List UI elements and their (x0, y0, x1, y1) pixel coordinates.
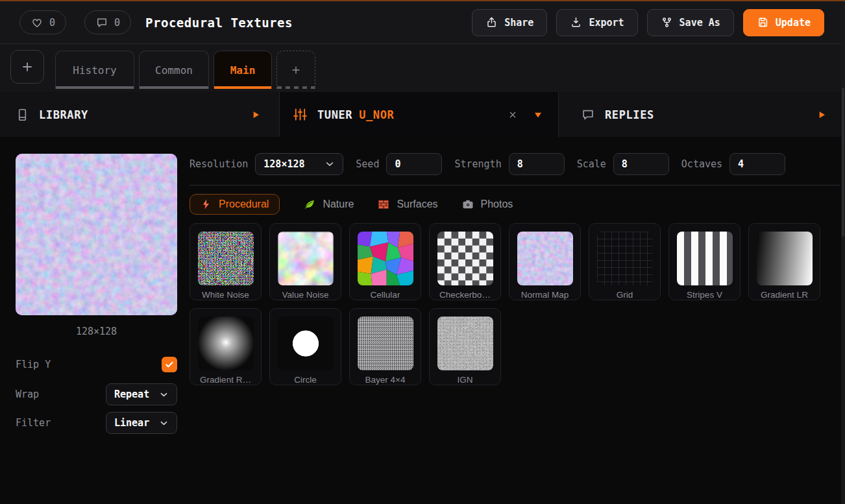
texture-card-cellular[interactable]: Cellular (349, 223, 421, 300)
generator-column: Resolution 128×128 Seed Strength (182, 137, 841, 504)
texture-preview (16, 154, 177, 315)
category-surfaces-label: Surfaces (397, 198, 437, 210)
resolution-control: Resolution 128×128 (190, 153, 343, 175)
octaves-input[interactable] (729, 153, 785, 175)
texture-card-grid[interactable]: Grid (589, 223, 661, 300)
texture-settings: Flip Y Wrap Repeat (16, 356, 177, 434)
tab-bar: History Common Main (0, 44, 845, 92)
flip-y-checkbox[interactable] (162, 357, 177, 372)
lightning-icon (201, 198, 212, 211)
share-button[interactable]: Share (472, 9, 547, 36)
texture-card-ign[interactable]: IGN (429, 308, 501, 385)
texture-thumbnail (677, 232, 733, 285)
texture-card-bayer-4x4[interactable]: Bayer 4×4 (349, 308, 421, 385)
texture-card-white-noise[interactable]: White Noise (190, 223, 262, 300)
generator-controls: Resolution 128×128 Seed Strength (190, 153, 841, 175)
resolution-value: 128×128 (263, 158, 304, 170)
category-nature[interactable]: Nature (303, 198, 354, 211)
export-icon (570, 16, 582, 29)
texture-card-label: Grid (617, 290, 633, 300)
filter-label: Filter (16, 417, 51, 429)
wrap-select[interactable]: Repeat (106, 383, 177, 405)
seed-input[interactable] (386, 153, 442, 175)
texture-thumbnail (597, 232, 653, 285)
filter-row: Filter Linear (16, 412, 177, 434)
collapse-down-icon[interactable] (532, 110, 544, 120)
panel-headers: LIBRARY TUNER U_NOR (0, 92, 845, 137)
texture-card-label: White Noise (202, 290, 249, 300)
close-icon[interactable] (508, 110, 518, 120)
replies-panel-header[interactable]: REPLIES (558, 92, 845, 137)
chevron-down-icon (159, 390, 169, 400)
tab-main-label: Main (230, 64, 256, 77)
scrollbar-thumb[interactable] (842, 88, 844, 237)
tuner-panel-header[interactable]: TUNER U_NOR (279, 92, 558, 137)
texture-card-checkerboard[interactable]: Checkerbo… (429, 223, 501, 300)
library-panel-header[interactable]: LIBRARY (0, 92, 279, 137)
octaves-label: Octaves (681, 158, 722, 170)
tab-main[interactable]: Main (214, 51, 272, 89)
texture-thumbnail (198, 232, 254, 285)
texture-card-gradient-radial[interactable]: Gradient R… (190, 308, 262, 385)
texture-card-label: Gradient R… (200, 375, 251, 385)
likes-pill[interactable]: 0 (19, 10, 66, 34)
expand-right-icon[interactable] (251, 109, 261, 121)
resolution-select[interactable]: 128×128 (255, 153, 343, 175)
texture-card-normal-map[interactable]: Normal Map (509, 223, 581, 300)
texture-settings-column: 128×128 Flip Y Wrap Repeat (0, 137, 182, 504)
scrollbar[interactable] (841, 1, 845, 504)
texture-card-label: Value Noise (282, 290, 329, 300)
seed-label: Seed (356, 158, 379, 170)
strength-input[interactable] (509, 153, 565, 175)
tuner-target-name: U_NOR (359, 108, 394, 121)
scale-label: Scale (577, 158, 606, 170)
texture-card-label: Bayer 4×4 (365, 375, 406, 385)
texture-thumbnail (278, 317, 334, 370)
sliders-icon (293, 107, 308, 122)
texture-card-stripes-v[interactable]: Stripes V (668, 223, 741, 300)
scale-control: Scale (577, 153, 669, 175)
update-button[interactable]: Update (743, 9, 824, 36)
tab-history[interactable]: History (55, 51, 134, 89)
texture-card-label: Gradient LR (761, 290, 808, 300)
filter-value: Linear (114, 417, 149, 429)
branch-icon (661, 16, 673, 29)
replies-panel-title: REPLIES (605, 108, 654, 121)
resolution-label: Resolution (190, 158, 248, 170)
strength-control: Strength (454, 153, 564, 175)
share-icon (485, 16, 498, 29)
new-tab-button[interactable] (10, 50, 44, 84)
bricks-icon (377, 198, 390, 211)
check-icon (164, 359, 175, 370)
likes-count: 0 (49, 17, 55, 29)
category-tabs: Procedural Nature (190, 194, 841, 215)
chevron-down-icon (325, 159, 335, 169)
add-tab-button[interactable] (276, 51, 315, 89)
update-label: Update (776, 17, 811, 29)
camera-icon (461, 198, 474, 211)
texture-card-label: Stripes V (687, 290, 722, 300)
leaf-icon (303, 198, 316, 211)
texture-card-value-noise[interactable]: Value Noise (269, 223, 341, 300)
filter-select[interactable]: Linear (106, 412, 177, 434)
texture-card-label: Normal Map (521, 290, 569, 300)
texture-thumbnail (437, 232, 493, 285)
scale-input[interactable] (613, 153, 669, 175)
save-as-button[interactable]: Save As (647, 9, 734, 36)
comment-icon (95, 16, 108, 29)
export-button[interactable]: Export (556, 9, 637, 36)
texture-card-circle[interactable]: Circle (269, 308, 341, 385)
category-surfaces[interactable]: Surfaces (377, 198, 437, 211)
seed-control: Seed (356, 153, 442, 175)
texture-card-gradient-lr[interactable]: Gradient LR (748, 223, 820, 300)
expand-right-icon[interactable] (816, 109, 827, 121)
tab-common[interactable]: Common (139, 51, 209, 89)
comments-pill[interactable]: 0 (84, 10, 131, 34)
category-photos[interactable]: Photos (461, 198, 513, 211)
texture-grid: White Noise Value Noise Cellular Checker… (190, 223, 826, 385)
topbar-actions: Share Export Save As (472, 9, 824, 36)
category-procedural[interactable]: Procedural (190, 194, 280, 215)
preview-size-caption: 128×128 (16, 326, 177, 337)
octaves-control: Octaves (681, 153, 785, 175)
save-icon (757, 16, 769, 29)
